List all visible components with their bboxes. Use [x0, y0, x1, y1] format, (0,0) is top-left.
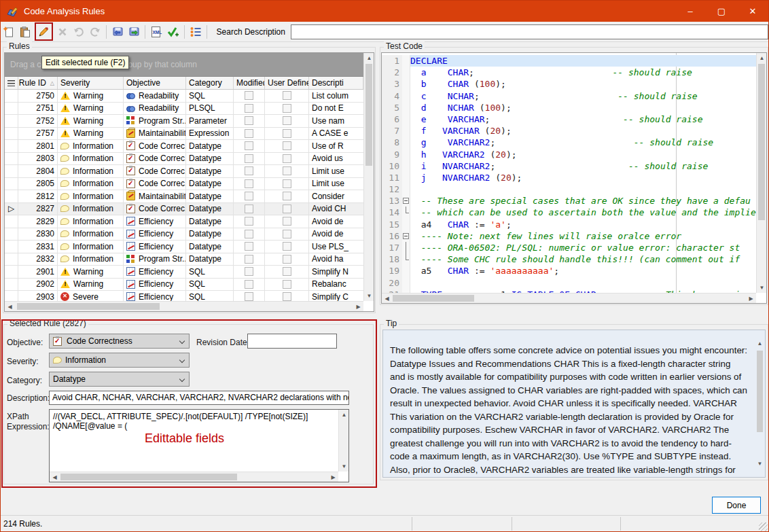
- user-defined-checkbox[interactable]: [283, 116, 291, 125]
- column-header-category[interactable]: Category: [186, 77, 234, 89]
- table-row[interactable]: 2832InformationProgram Str...DatatypeAvo…: [5, 253, 363, 266]
- scroll-left-arrow[interactable]: ◀: [5, 302, 15, 312]
- user-defined-checkbox[interactable]: [283, 154, 291, 163]
- column-header-rule-id[interactable]: Rule ID△: [18, 77, 58, 89]
- xpath-expression-textarea[interactable]: //(VAR_DECL, ATTRIBUTE_SPEC)/.[not(DEFAU…: [49, 409, 349, 482]
- scroll-right-arrow[interactable]: ▶: [328, 472, 338, 482]
- table-row[interactable]: 2752WarningProgram Str...ParameterUse na…: [5, 115, 363, 128]
- modified-checkbox[interactable]: [245, 255, 253, 264]
- rules-grid-vertical-scrollbar[interactable]: ▲ ▼: [363, 53, 374, 301]
- modified-checkbox[interactable]: [245, 230, 253, 238]
- table-row[interactable]: 2801InformationCode Correc...DatatypeUse…: [5, 140, 363, 153]
- redo-button[interactable]: [87, 23, 103, 41]
- user-defined-checkbox[interactable]: [283, 242, 291, 251]
- table-row[interactable]: 2804InformationCode Correc...DatatypeLim…: [5, 165, 363, 178]
- modified-checkbox[interactable]: [245, 104, 253, 113]
- row-selector-header[interactable]: [5, 77, 18, 89]
- new-rule-button[interactable]: [1, 23, 17, 41]
- column-header-description[interactable]: Descripti: [309, 77, 363, 89]
- table-row[interactable]: 2812InformationMaintainabilityDatatypeCo…: [5, 190, 363, 203]
- modified-checkbox[interactable]: [245, 141, 253, 150]
- scrollbar-thumb[interactable]: [17, 303, 160, 310]
- scrollbar-thumb[interactable]: [393, 295, 474, 302]
- objective-dropdown[interactable]: Code Correctness: [49, 334, 190, 349]
- validate-button[interactable]: [164, 23, 181, 41]
- column-header-objective[interactable]: Objective: [124, 77, 186, 89]
- search-description-input[interactable]: [291, 24, 768, 39]
- minimize-button[interactable]: –: [675, 1, 706, 22]
- table-row[interactable]: 2751WarningReadabilityPLSQLDo not E: [5, 103, 363, 116]
- delete-rule-button[interactable]: [54, 23, 71, 41]
- scrollbar-thumb[interactable]: [757, 351, 763, 432]
- modified-checkbox[interactable]: [245, 166, 253, 175]
- user-defined-checkbox[interactable]: [283, 217, 291, 226]
- modified-checkbox[interactable]: [245, 280, 253, 289]
- table-row[interactable]: 2830InformationEfficiencyDatatypeAvoid d…: [5, 228, 363, 241]
- table-row[interactable]: 2901WarningEfficiencySQLSimplify N: [5, 266, 363, 279]
- user-defined-checkbox[interactable]: [283, 255, 291, 264]
- rules-grid-horizontal-scrollbar[interactable]: ◀ ▶: [5, 301, 363, 311]
- user-defined-checkbox[interactable]: [283, 280, 291, 289]
- user-defined-checkbox[interactable]: [283, 292, 291, 301]
- modified-checkbox[interactable]: [245, 267, 253, 276]
- user-defined-checkbox[interactable]: [283, 192, 291, 200]
- revision-date-input[interactable]: [247, 334, 337, 349]
- export-rules-button[interactable]: [126, 23, 142, 41]
- modified-checkbox[interactable]: [245, 205, 253, 213]
- modified-checkbox[interactable]: [245, 192, 253, 200]
- scroll-left-arrow[interactable]: ◀: [382, 294, 392, 304]
- table-row[interactable]: ▷2827InformationCode Correc...DatatypeAv…: [5, 203, 363, 216]
- user-defined-checkbox[interactable]: [283, 91, 291, 100]
- scroll-down-arrow[interactable]: ▼: [364, 291, 374, 301]
- paste-button[interactable]: [17, 23, 33, 41]
- user-defined-checkbox[interactable]: [283, 141, 291, 150]
- maximize-button[interactable]: ▢: [706, 1, 737, 22]
- table-row[interactable]: 2829InformationEfficiencyDatatypeAvoid d…: [5, 215, 363, 228]
- scroll-down-arrow[interactable]: ▼: [755, 459, 765, 469]
- modified-checkbox[interactable]: [245, 217, 253, 226]
- xml-view-button[interactable]: XML: [148, 23, 164, 41]
- table-row[interactable]: 2903SevereEfficiencySQLSimplify C: [5, 291, 363, 301]
- code-fold-collapse-icon[interactable]: [403, 233, 409, 239]
- scroll-up-arrow[interactable]: ▲: [757, 53, 767, 63]
- category-dropdown[interactable]: Datatype: [49, 372, 190, 387]
- undo-button[interactable]: [71, 23, 87, 41]
- resize-grip-icon[interactable]: [759, 522, 768, 531]
- close-button[interactable]: ✕: [737, 1, 768, 22]
- xpath-vertical-scrollbar[interactable]: ▲ ▼: [338, 410, 348, 472]
- scroll-right-arrow[interactable]: ▶: [746, 294, 756, 304]
- editor-vertical-scrollbar[interactable]: ▲ ▼: [756, 53, 766, 293]
- column-header-modified[interactable]: Modified: [234, 77, 265, 89]
- scroll-down-arrow[interactable]: ▼: [757, 283, 767, 293]
- scrollbar-thumb[interactable]: [758, 64, 765, 220]
- user-defined-checkbox[interactable]: [283, 267, 291, 276]
- editor-horizontal-scrollbar[interactable]: ◀ ▶: [382, 293, 756, 303]
- table-row[interactable]: 2803InformationCode Correc...DatatypeAvo…: [5, 153, 363, 166]
- scroll-up-arrow[interactable]: ▲: [364, 53, 374, 63]
- modified-checkbox[interactable]: [245, 179, 253, 188]
- modified-checkbox[interactable]: [245, 129, 253, 138]
- user-defined-checkbox[interactable]: [283, 205, 291, 213]
- scroll-down-arrow[interactable]: ▼: [339, 461, 349, 472]
- import-rules-button[interactable]: [109, 23, 126, 41]
- rule-list-button[interactable]: [187, 23, 203, 41]
- table-row[interactable]: 2902WarningEfficiencySQLRebalanc: [5, 279, 363, 291]
- severity-dropdown[interactable]: Information: [49, 353, 190, 368]
- edit-rule-button[interactable]: [36, 24, 51, 39]
- column-header-severity[interactable]: Severity: [58, 77, 124, 89]
- user-defined-checkbox[interactable]: [283, 166, 291, 175]
- code-area[interactable]: 1DECLARE2 a CHAR; -- should raise3 b CHA…: [382, 53, 756, 293]
- description-input[interactable]: Avoid CHAR, NCHAR, VARCHAR, VARCHAR2, NV…: [49, 391, 349, 405]
- table-row[interactable]: 2805InformationCode Correc...DatatypeLim…: [5, 178, 363, 191]
- table-row[interactable]: 2831InformationEfficiencyDatatypeUse PLS…: [5, 241, 363, 253]
- modified-checkbox[interactable]: [245, 91, 253, 100]
- modified-checkbox[interactable]: [245, 154, 253, 163]
- code-fold-collapse-icon[interactable]: [403, 198, 409, 204]
- user-defined-checkbox[interactable]: [283, 230, 291, 238]
- scrollbar-thumb[interactable]: [365, 64, 372, 166]
- table-row[interactable]: 2757WarningMaintainabilityExpressionA CA…: [5, 128, 363, 141]
- scrollbar-thumb[interactable]: [60, 474, 237, 480]
- scroll-up-arrow[interactable]: ▲: [755, 338, 765, 349]
- scroll-left-arrow[interactable]: ◀: [50, 472, 60, 482]
- user-defined-checkbox[interactable]: [283, 129, 291, 138]
